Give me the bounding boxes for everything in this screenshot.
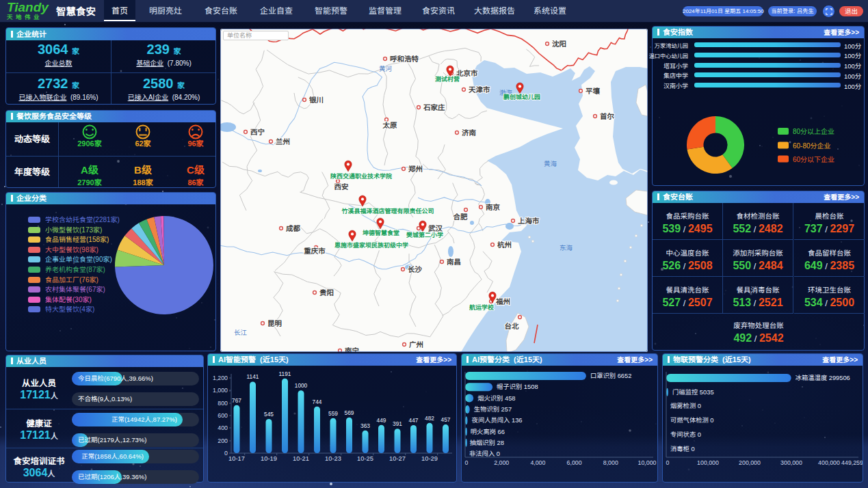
svg-text:400,000: 400,000: [818, 459, 840, 466]
svg-text:竹溪县福泽酒店管理有限责任公司: 竹溪县福泽酒店管理有限责任公司: [341, 208, 434, 215]
svg-text:80分以上企业: 80分以上企业: [793, 128, 834, 135]
svg-text:长沙: 长沙: [408, 265, 422, 273]
svg-text:200: 200: [218, 437, 228, 444]
svg-text:石家庄: 石家庄: [423, 103, 445, 111]
svg-text:10-25: 10-25: [357, 455, 373, 462]
svg-text:口罩识别 6652: 口罩识别 6652: [590, 372, 631, 379]
svg-text:1191: 1191: [279, 370, 291, 377]
svg-text:成都: 成都: [286, 224, 300, 232]
svg-text:西安: 西安: [334, 182, 349, 191]
svg-text:10-29: 10-29: [421, 455, 438, 462]
svg-text:陕西交通职业技术学院: 陕西交通职业技术学院: [330, 173, 392, 180]
svg-text:樊城第二小学: 樊城第二小学: [406, 232, 443, 239]
svg-text:0: 0: [224, 450, 228, 457]
svg-text:南宁: 南宁: [345, 347, 359, 352]
svg-text:447: 447: [409, 417, 419, 424]
svg-text:杭州: 杭州: [497, 241, 512, 249]
svg-text:南京: 南京: [486, 203, 500, 211]
svg-text:200,000: 200,000: [739, 459, 761, 466]
svg-text:广州: 广州: [409, 340, 423, 349]
svg-text:744: 744: [313, 398, 322, 405]
svg-text:平壤: 平壤: [586, 87, 600, 95]
svg-text:100,000: 100,000: [697, 459, 719, 466]
svg-text:457: 457: [441, 416, 451, 423]
svg-text:坤德智慧食堂: 坤德智慧食堂: [363, 230, 399, 236]
svg-text:兰州: 兰州: [276, 137, 290, 146]
svg-text:长江: 长江: [234, 329, 248, 336]
svg-text:专间状态 0: 专间状态 0: [670, 431, 701, 438]
svg-text:10-27: 10-27: [389, 455, 406, 462]
svg-text:1,000: 1,000: [213, 387, 228, 394]
svg-text:6,000: 6,000: [567, 459, 582, 466]
svg-text:可燃气体检测 0: 可燃气体检测 0: [670, 417, 714, 424]
svg-text:东海: 东海: [560, 244, 573, 252]
svg-text:台北: 台北: [505, 322, 519, 330]
svg-text:烟雾检测 0: 烟雾检测 0: [670, 403, 701, 409]
svg-text:生物识别 257: 生物识别 257: [474, 406, 512, 413]
svg-text:重庆市: 重庆市: [304, 247, 326, 255]
svg-text:559: 559: [328, 410, 338, 417]
svg-text:帽子识别 1508: 帽子识别 1508: [497, 383, 538, 390]
svg-text:569: 569: [345, 409, 354, 416]
svg-text:1141: 1141: [247, 373, 259, 380]
svg-text:10-17: 10-17: [228, 455, 245, 462]
svg-text:黄河: 黄河: [379, 65, 393, 72]
svg-text:1,200: 1,200: [213, 375, 228, 381]
svg-text:合肥: 合肥: [453, 213, 468, 221]
svg-text:抽烟识别 28: 抽烟识别 28: [470, 439, 504, 446]
svg-text:449,259: 449,259: [841, 459, 863, 466]
svg-text:航运学校: 航运学校: [469, 304, 495, 311]
svg-text:800: 800: [218, 400, 228, 407]
svg-text:测试村营: 测试村营: [435, 76, 460, 83]
svg-text:夜间人员闯入 136: 夜间人员闯入 136: [472, 417, 523, 424]
svg-text:鹏创城幼儿园: 鹏创城幼儿园: [503, 94, 540, 100]
svg-text:482: 482: [425, 415, 434, 422]
svg-text:767: 767: [232, 397, 241, 404]
svg-text:福州: 福州: [495, 297, 510, 306]
svg-text:非法闯入 0: 非法闯入 0: [469, 450, 500, 457]
svg-text:消毒柜 0: 消毒柜 0: [670, 446, 695, 452]
svg-text:10,000: 10,000: [638, 459, 657, 466]
svg-text:首尔: 首尔: [600, 112, 614, 120]
svg-text:60分以下企业: 60分以下企业: [793, 156, 834, 163]
svg-text:上海市: 上海市: [518, 217, 540, 225]
svg-text:贵阳: 贵阳: [319, 288, 334, 297]
svg-text:363: 363: [360, 422, 370, 429]
svg-text:沈阳: 沈阳: [552, 40, 566, 48]
svg-text:0: 0: [465, 459, 469, 466]
svg-text:济南: 济南: [462, 128, 476, 137]
svg-text:1000: 1000: [295, 382, 308, 389]
svg-text:恩施市盛家坝民族初级中学: 恩施市盛家坝民族初级中学: [334, 242, 408, 249]
svg-text:冰箱温湿度 299506: 冰箱温湿度 299506: [795, 375, 850, 381]
svg-text:60-80分企业: 60-80分企业: [793, 142, 831, 150]
svg-text:10-21: 10-21: [293, 455, 309, 462]
svg-text:明火离岗 66: 明火离岗 66: [471, 429, 505, 435]
svg-text:4,000: 4,000: [530, 459, 545, 466]
svg-text:银川: 银川: [309, 96, 324, 104]
svg-text:黄海: 黄海: [544, 160, 557, 167]
svg-text:449: 449: [377, 417, 386, 424]
svg-text:昆明: 昆明: [267, 319, 282, 327]
svg-text:太原: 太原: [382, 121, 397, 129]
svg-text:8,000: 8,000: [603, 459, 618, 466]
svg-text:0: 0: [666, 459, 670, 466]
svg-text:烟火识别 458: 烟火识别 458: [477, 395, 515, 402]
svg-text:400: 400: [218, 424, 228, 431]
svg-text:300,000: 300,000: [780, 459, 802, 466]
svg-text:2,000: 2,000: [494, 459, 509, 466]
svg-text:10-23: 10-23: [325, 455, 341, 462]
svg-text:郑州: 郑州: [408, 165, 423, 173]
svg-text:545: 545: [264, 411, 274, 418]
svg-text:10-19: 10-19: [261, 455, 277, 462]
svg-text:呼和浩特: 呼和浩特: [390, 55, 419, 63]
svg-text:西宁: 西宁: [250, 128, 265, 136]
svg-text:门磁监控 5035: 门磁监控 5035: [672, 389, 713, 396]
svg-text:南昌: 南昌: [447, 258, 461, 266]
svg-text:天津市: 天津市: [469, 85, 490, 94]
svg-text:391: 391: [393, 420, 402, 427]
svg-text:600: 600: [218, 412, 228, 419]
